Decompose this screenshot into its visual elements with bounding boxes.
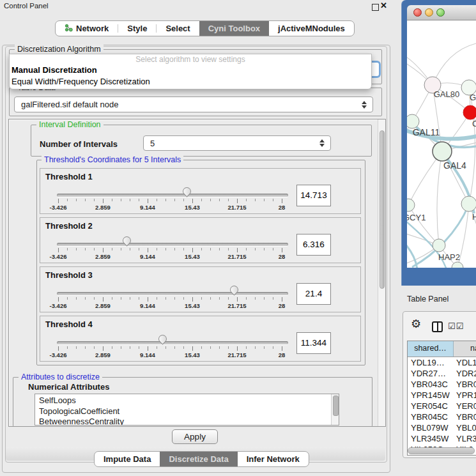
network-canvas[interactable]: GAL80 GA C GAL11 GAL4 GCY1 H HAP2 bbox=[407, 20, 476, 268]
table-row[interactable]: YER054CYER0 bbox=[408, 401, 476, 411]
cell-shared-name[interactable]: YDR27… bbox=[408, 368, 454, 379]
cell-shared-name[interactable]: YBL079W bbox=[408, 422, 454, 433]
slider-tick bbox=[174, 199, 175, 201]
cell-name[interactable]: YPR1 bbox=[454, 390, 476, 401]
control-panel-tabbar: Network Style Select Cyni Toolbox jActiv… bbox=[55, 20, 355, 36]
list-item[interactable]: SelfLoops bbox=[39, 395, 339, 406]
column-header-shared[interactable]: shared… bbox=[408, 341, 454, 357]
cell-shared-name[interactable]: YBR045C bbox=[408, 411, 454, 422]
float-panel-icon[interactable] bbox=[372, 4, 379, 11]
node-label: GAL80 bbox=[434, 89, 459, 99]
network-node[interactable] bbox=[461, 196, 476, 211]
tab-select[interactable]: Select bbox=[157, 21, 199, 36]
tab-infer-network[interactable]: Infer Network bbox=[238, 452, 309, 466]
vertical-scrollbar[interactable] bbox=[378, 119, 385, 426]
network-tree-icon bbox=[65, 24, 73, 34]
cell-name[interactable]: YLR3 bbox=[454, 433, 476, 444]
column-header-name[interactable]: na bbox=[454, 341, 476, 357]
minimize-traffic-light[interactable] bbox=[425, 8, 433, 17]
list-item[interactable]: BetweennessCentrality bbox=[39, 417, 339, 426]
slider-tick bbox=[121, 346, 121, 349]
cell-name[interactable]: YBR0 bbox=[454, 379, 476, 390]
tab-jactivemnodules[interactable]: jActiveMNodules bbox=[269, 21, 354, 36]
slider-ticks bbox=[58, 297, 283, 302]
list-item[interactable]: TopologicalCoefficient bbox=[39, 406, 339, 417]
tab-style[interactable]: Style bbox=[118, 21, 156, 36]
network-node[interactable] bbox=[407, 199, 415, 211]
table-row[interactable]: YDL19…YDL1 bbox=[408, 357, 476, 368]
cell-name[interactable]: YDL1 bbox=[454, 357, 476, 368]
slider-track[interactable] bbox=[57, 243, 288, 246]
table-row[interactable]: YBL079WYBL0 bbox=[408, 422, 476, 433]
slider-tick bbox=[237, 248, 238, 252]
checkbox-columns-icon[interactable]: ☑☑ bbox=[448, 321, 464, 331]
dropdown-item-manual[interactable]: Manual Discretization bbox=[10, 65, 371, 76]
slider-tick bbox=[273, 199, 273, 201]
table-data-combobox[interactable]: galFiltered.sif default node bbox=[14, 96, 373, 112]
cell-shared-name[interactable]: YLR345W bbox=[408, 433, 454, 444]
combo-stepper-icon[interactable] bbox=[360, 101, 369, 109]
slider-scale-label: -3.426 bbox=[39, 204, 77, 211]
cell-shared-name[interactable]: YBR043C bbox=[408, 379, 454, 390]
combo-stepper-icon[interactable] bbox=[318, 139, 326, 147]
slider-tick bbox=[121, 248, 121, 250]
close-icon[interactable]: ✕ bbox=[380, 1, 387, 10]
tab-impute-data[interactable]: Impute Data bbox=[95, 452, 160, 466]
node-label: C bbox=[472, 119, 476, 128]
threshold-value-field[interactable]: 6.316 bbox=[296, 234, 331, 256]
slider-tick bbox=[58, 199, 59, 203]
table-row[interactable]: YPR145WYPR1 bbox=[408, 390, 476, 401]
cell-shared-name[interactable]: YDL19… bbox=[408, 357, 454, 368]
cell-name[interactable]: YBL0 bbox=[454, 422, 476, 433]
split-columns-icon[interactable] bbox=[432, 321, 443, 332]
network-node[interactable] bbox=[433, 142, 452, 161]
number-of-intervals-combobox[interactable]: 5 bbox=[143, 135, 331, 151]
cell-name[interactable]: YER0 bbox=[454, 401, 476, 411]
apply-button[interactable]: Apply bbox=[172, 429, 218, 444]
horizontal-scrollbar[interactable] bbox=[408, 447, 475, 454]
threshold-row: Threshold 2 -3.4262.8599.14415.4321.7152… bbox=[40, 217, 361, 263]
table-row[interactable]: YLR345WYLR3 bbox=[408, 433, 476, 444]
slider-track[interactable] bbox=[57, 292, 288, 295]
table-row[interactable]: YDR27…YDR2 bbox=[408, 368, 476, 379]
gear-icon[interactable]: ⚙ bbox=[411, 318, 421, 330]
slider-tick bbox=[67, 346, 68, 349]
threshold-value-field[interactable]: 21.4 bbox=[296, 283, 331, 305]
slider-tick bbox=[237, 199, 238, 203]
dropdown-item-equal-width[interactable]: Equal Width/Frequency Discretization bbox=[10, 76, 371, 88]
scrollbar-thumb[interactable] bbox=[333, 395, 339, 416]
close-traffic-light[interactable] bbox=[413, 8, 422, 17]
slider-tick bbox=[165, 346, 166, 349]
threshold-value-field[interactable]: 11.344 bbox=[296, 332, 331, 354]
slider-track[interactable] bbox=[57, 341, 288, 344]
cell-shared-name[interactable]: YER054C bbox=[408, 401, 454, 411]
node-label: HAP2 bbox=[438, 252, 460, 262]
tab-cyni-toolbox[interactable]: Cyni Toolbox bbox=[199, 21, 269, 36]
list-scrollbar[interactable] bbox=[331, 394, 339, 425]
slider-tick bbox=[67, 248, 68, 250]
zoom-traffic-light[interactable] bbox=[436, 8, 445, 17]
tab-discretize-data[interactable]: Discretize Data bbox=[160, 452, 237, 466]
network-node-red[interactable] bbox=[463, 105, 476, 119]
tab-network[interactable]: Network bbox=[56, 21, 118, 36]
scrollbar-thumb[interactable] bbox=[380, 130, 385, 289]
slider-tick bbox=[264, 248, 265, 250]
threshold-value-field[interactable]: 14.713 bbox=[296, 185, 331, 206]
cell-shared-name[interactable]: YPR145W bbox=[408, 390, 454, 401]
network-node[interactable] bbox=[433, 239, 445, 252]
slider-scale-label: 28 bbox=[263, 302, 301, 309]
slider-tick bbox=[282, 199, 282, 203]
threshold-row: Threshold 3 -3.4262.8599.14415.4321.7152… bbox=[40, 266, 361, 312]
network-window-titlebar[interactable] bbox=[407, 5, 476, 20]
slider-tick bbox=[76, 297, 77, 300]
cell-name[interactable]: YDR2 bbox=[454, 368, 476, 379]
desktop: Control Panel ✕ Network Style Select Cyn… bbox=[0, 0, 476, 476]
slider-tick bbox=[112, 297, 112, 300]
table-body: YDL19…YDL1YDR27…YDR2YBR043CYBR0YPR145WYP… bbox=[408, 357, 476, 455]
cell-name[interactable]: YBR0 bbox=[454, 411, 476, 422]
slider-track[interactable] bbox=[57, 194, 288, 197]
table-row[interactable]: YBR043CYBR0 bbox=[408, 379, 476, 390]
scrollbar-thumb[interactable] bbox=[408, 447, 475, 454]
network-node[interactable] bbox=[407, 114, 419, 128]
table-row[interactable]: YBR045CYBR0 bbox=[408, 411, 476, 422]
